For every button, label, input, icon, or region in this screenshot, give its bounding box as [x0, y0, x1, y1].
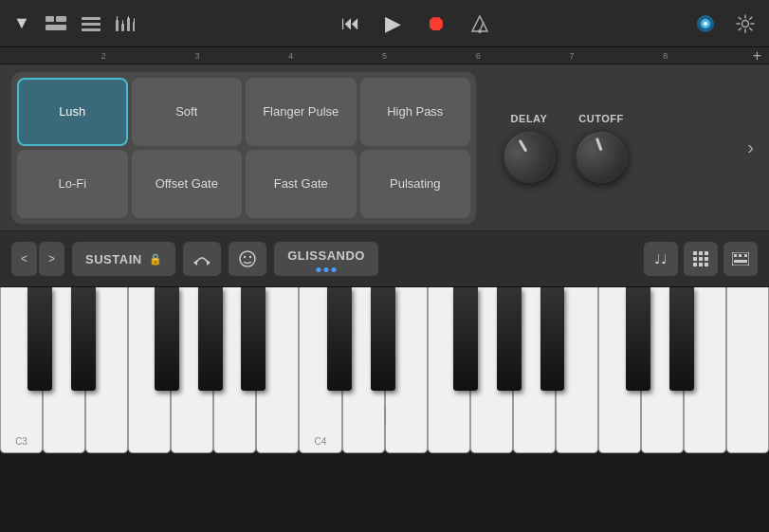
ruler-tick: 5	[338, 51, 431, 61]
prev-icon: <	[21, 252, 27, 266]
svg-rect-5	[82, 28, 101, 31]
svg-rect-34	[705, 263, 708, 266]
next-button[interactable]: >	[39, 242, 64, 276]
knobs-panel: DELAY CUTOFF	[487, 103, 732, 193]
grid-view-button[interactable]	[684, 242, 718, 276]
ruler-tick: 6	[431, 51, 525, 61]
svg-rect-3	[82, 17, 101, 20]
chevron-right-icon: ›	[747, 137, 754, 157]
preset-flanger-pulse[interactable]: Flanger Pulse	[246, 78, 357, 146]
preset-offset-gate[interactable]: Offset Gate	[132, 150, 243, 218]
svg-rect-36	[734, 254, 737, 257]
piano-key-ds4[interactable]	[371, 287, 395, 391]
rewind-button[interactable]: ⏮	[338, 9, 364, 38]
cutoff-label: CUTOFF	[578, 113, 623, 124]
prev-button[interactable]: <	[11, 242, 37, 276]
ruler: 2 3 4 5 6 7 8 +	[0, 47, 769, 64]
dropdown-button[interactable]: ▼	[9, 9, 34, 37]
notes-view-button[interactable]: ♩♩	[644, 242, 678, 276]
metronome-button[interactable]	[467, 10, 492, 37]
svg-rect-4	[82, 23, 101, 26]
add-track-button[interactable]: +	[753, 47, 761, 64]
toolbar: ▼	[0, 0, 769, 47]
piano-key-gs3[interactable]	[198, 287, 223, 391]
toolbar-right	[691, 9, 760, 38]
settings-button[interactable]	[731, 9, 760, 38]
piano-key-ds3[interactable]	[71, 287, 96, 391]
svg-rect-32	[693, 263, 697, 266]
ruler-tick: 7	[525, 51, 619, 61]
delay-label: DELAY	[511, 113, 548, 124]
svg-rect-11	[128, 16, 129, 19]
svg-rect-2	[46, 25, 66, 30]
dot3	[332, 267, 337, 272]
delay-knob[interactable]	[493, 119, 565, 192]
sustain-button[interactable]: SUSTAIN 🔒	[72, 242, 175, 276]
preset-soft[interactable]: Soft	[132, 78, 243, 146]
ruler-tick: 3	[151, 51, 245, 61]
svg-point-16	[478, 29, 482, 33]
cutoff-knob-group: CUTOFF	[575, 113, 628, 183]
svg-rect-38	[744, 254, 747, 257]
lock-icon: 🔒	[149, 253, 163, 266]
svg-point-19	[704, 22, 707, 26]
notes-icon: ♩♩	[654, 251, 668, 266]
nav-arrows: < >	[11, 242, 64, 276]
piano-area: C3 C4	[0, 287, 769, 453]
preset-fast-gate[interactable]: Fast Gate	[246, 150, 357, 218]
svg-marker-22	[193, 260, 197, 266]
cutoff-knob[interactable]	[571, 125, 632, 187]
piano-key-fs4[interactable]	[453, 287, 478, 391]
svg-rect-37	[739, 254, 742, 257]
record-button[interactable]: ⏺	[422, 8, 450, 40]
svg-point-25	[249, 256, 251, 258]
mixer-icon	[116, 16, 135, 31]
next-icon: >	[48, 252, 55, 266]
mixer-button[interactable]	[112, 12, 138, 35]
sync-icon	[695, 13, 716, 34]
ruler-ticks: 2 3 4 5 6 7 8	[57, 51, 712, 61]
piano-key-ds5[interactable]	[669, 287, 694, 391]
svg-rect-39	[734, 260, 747, 263]
preset-panel: Lush Soft Flanger Pulse High Pass Lo-Fi …	[11, 72, 476, 224]
piano-key-fs3[interactable]	[155, 287, 179, 391]
svg-marker-14	[472, 16, 487, 31]
piano-key-as3[interactable]	[241, 287, 265, 391]
preset-high-pass[interactable]: High Pass	[360, 78, 471, 146]
svg-rect-13	[134, 18, 135, 23]
piano-key-f5[interactable]	[726, 287, 769, 453]
svg-rect-33	[699, 263, 703, 266]
glissando-label: GLISSANDO	[287, 248, 365, 263]
arp-button[interactable]	[183, 242, 221, 276]
play-button[interactable]: ▶	[381, 8, 405, 40]
piano-key-cs3[interactable]	[27, 287, 52, 391]
piano-key-gs4[interactable]	[497, 287, 522, 391]
sync-button[interactable]	[691, 9, 720, 38]
preset-lush[interactable]: Lush	[17, 78, 128, 146]
piano-key-cs4[interactable]	[327, 287, 352, 391]
piano-key-as4[interactable]	[540, 287, 565, 391]
keyboard-settings-button[interactable]	[723, 242, 758, 276]
svg-point-20	[742, 20, 749, 27]
glissando-dots	[317, 267, 337, 272]
svg-rect-30	[699, 257, 703, 261]
list-icon	[82, 16, 101, 31]
preset-lo-fi[interactable]: Lo-Fi	[17, 150, 128, 218]
view-tracks-button[interactable]	[42, 12, 70, 35]
c4-label: C4	[300, 436, 340, 447]
face-icon	[238, 249, 257, 268]
svg-rect-1	[56, 16, 66, 22]
dropdown-icon: ▼	[13, 13, 30, 33]
toolbar-left: ▼	[9, 9, 138, 37]
piano-key-cs5[interactable]	[626, 287, 650, 391]
preset-pulsating[interactable]: Pulsating	[360, 150, 471, 218]
svg-point-23	[240, 251, 255, 266]
svg-marker-21	[207, 260, 211, 266]
expand-button[interactable]: ›	[743, 133, 758, 162]
metronome-icon	[471, 14, 488, 33]
dot1	[317, 267, 321, 272]
glissando-button[interactable]: GLISSANDO	[274, 242, 378, 276]
face-button[interactable]	[229, 242, 266, 276]
view-list-button[interactable]	[78, 12, 104, 35]
preset-knobs-row: Lush Soft Flanger Pulse High Pass Lo-Fi …	[0, 64, 769, 230]
